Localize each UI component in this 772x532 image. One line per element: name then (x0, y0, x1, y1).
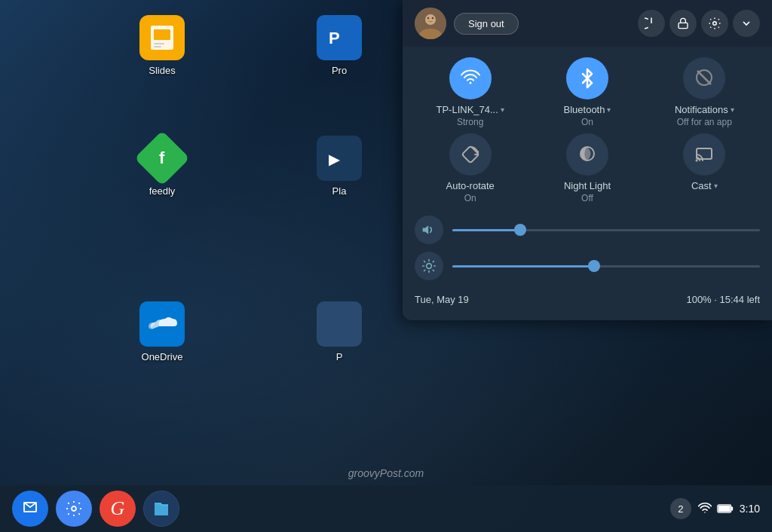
taskbar-right: 2 3:10 (670, 498, 760, 519)
volume-slider-thumb (514, 224, 526, 236)
bluetooth-icon (578, 68, 596, 89)
autorotate-tile[interactable]: Auto-rotate On (415, 133, 525, 203)
svg-text:P: P (329, 29, 340, 47)
power-button[interactable] (638, 10, 665, 37)
desktop: Slides P Pro f feedly ▶ (0, 0, 772, 532)
chevron-down-icon (740, 17, 752, 29)
battery-icon (717, 501, 734, 516)
svg-rect-2 (154, 43, 164, 44)
svg-point-14 (427, 17, 429, 19)
volume-slider-icon (415, 216, 443, 244)
desktop-icons: Slides P Pro f feedly ▶ (0, 0, 369, 467)
settings-button[interactable] (701, 10, 728, 37)
svg-rect-3 (154, 46, 161, 47)
cast-icon (694, 145, 715, 164)
wifi-icon (460, 69, 481, 87)
partial-icon (317, 301, 362, 347)
wifi-tile-sublabel: Strong (457, 117, 483, 127)
svg-rect-9 (731, 506, 733, 510)
app-icon-onedrive[interactable]: OneDrive (139, 301, 185, 362)
svg-rect-10 (718, 506, 730, 512)
slides-icon (139, 15, 185, 60)
wifi-status-icon (697, 501, 712, 516)
autorotate-tile-sublabel: On (464, 193, 476, 203)
taskbar-settings[interactable] (56, 491, 92, 527)
volume-slider-fill (452, 229, 520, 231)
bluetooth-tile-sublabel: On (581, 117, 593, 127)
app-icon-play[interactable]: ▶ Pla (317, 136, 362, 197)
app-icon-pro[interactable]: P Pro (317, 15, 362, 76)
taskbar: G 2 (0, 485, 772, 532)
chevron-button[interactable] (733, 10, 760, 37)
tiles-grid: TP-LINK_74... ▾ Strong Bluetooth ▾ On (403, 47, 772, 209)
notification-badge[interactable]: 2 (670, 498, 691, 519)
wifi-tile-label-row: TP-LINK_74... ▾ (436, 104, 504, 115)
nightlight-tile[interactable]: Night Light Off (532, 133, 642, 203)
night-light-icon (577, 144, 597, 165)
cast-tile[interactable]: Cast ▾ (649, 133, 760, 203)
cast-dropdown-arrow: ▾ (714, 182, 718, 190)
system-icons (697, 501, 734, 516)
bluetooth-tile-label: Bluetooth (564, 104, 605, 115)
bluetooth-tile-icon (566, 57, 608, 99)
wifi-tile[interactable]: TP-LINK_74... ▾ Strong (415, 57, 525, 127)
taskbar-files[interactable] (143, 491, 179, 527)
nightlight-tile-icon (566, 133, 608, 176)
status-battery: 100% · 15:44 left (686, 294, 760, 305)
slides-label: Slides (149, 65, 175, 76)
onedrive-label: OneDrive (142, 351, 183, 362)
notifications-tile-icon (683, 57, 725, 99)
autorotate-tile-label: Auto-rotate (446, 180, 495, 191)
panel-header: Sign out (403, 0, 772, 47)
sign-out-button[interactable]: Sign out (454, 13, 519, 35)
bluetooth-tile[interactable]: Bluetooth ▾ On (532, 57, 642, 127)
bluetooth-dropdown-arrow: ▾ (607, 105, 611, 114)
app-icon-slides[interactable]: Slides (139, 15, 185, 76)
quick-settings-panel: Sign out (403, 0, 772, 320)
onedrive-icon (139, 301, 185, 347)
volume-icon (421, 222, 437, 237)
svg-rect-1 (154, 29, 170, 40)
brightness-slider-track[interactable] (452, 265, 760, 268)
wifi-dropdown-arrow: ▾ (501, 105, 504, 114)
svg-rect-16 (679, 23, 688, 28)
watermark: groovyPost.com (348, 467, 424, 479)
lock-button[interactable] (669, 10, 697, 37)
feedly-icon: f (139, 136, 185, 181)
volume-slider-row (415, 216, 760, 244)
play-icon: ▶ (317, 136, 362, 181)
svg-rect-22 (697, 148, 712, 159)
status-date: Tue, May 19 (415, 294, 469, 305)
notifications-tile-label-row: Notifications ▾ (675, 104, 734, 115)
svg-line-19 (697, 71, 711, 84)
cast-tile-icon (683, 133, 725, 176)
svg-point-23 (696, 160, 698, 162)
nightlight-tile-label: Night Light (564, 180, 611, 191)
taskbar-chat[interactable] (12, 491, 48, 527)
app-icon-feedly[interactable]: f feedly (139, 136, 185, 197)
taskbar-left: G (12, 491, 179, 527)
notifications-tile-sublabel: Off for an app (677, 117, 732, 127)
cast-tile-label-row: Cast ▾ (691, 180, 718, 191)
pro-label: Pro (332, 65, 347, 76)
taskbar-gmail[interactable]: G (100, 491, 136, 527)
app-icon-partial[interactable]: P (317, 301, 362, 362)
autorotate-icon (460, 144, 481, 165)
nightlight-tile-sublabel: Off (581, 193, 593, 203)
svg-point-17 (713, 22, 717, 26)
brightness-slider-row (415, 252, 760, 280)
notifications-off-icon (694, 68, 714, 89)
bluetooth-tile-label-row: Bluetooth ▾ (564, 104, 611, 115)
play-label: Pla (332, 185, 347, 197)
brightness-icon (421, 258, 437, 274)
settings-icon (708, 17, 721, 30)
brightness-slider-thumb (588, 260, 600, 272)
sliders-section (403, 209, 772, 286)
notifications-dropdown-arrow: ▾ (731, 105, 734, 114)
notifications-tile-label: Notifications (675, 104, 728, 115)
svg-point-15 (432, 17, 433, 19)
volume-slider-track[interactable] (452, 229, 760, 231)
notifications-tile[interactable]: Notifications ▾ Off for an app (649, 57, 760, 127)
user-avatar[interactable] (415, 8, 446, 39)
svg-point-7 (72, 506, 76, 511)
